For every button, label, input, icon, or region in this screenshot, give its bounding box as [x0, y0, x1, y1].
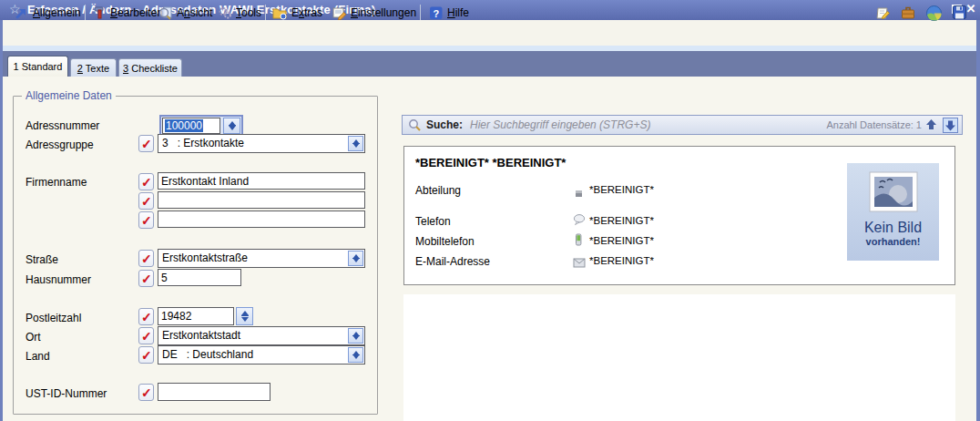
search-placeholder: Hier Suchbegriff eingeben (STRG+S)	[470, 118, 650, 131]
check-icon-postleitzahl[interactable]	[138, 308, 154, 325]
adressgruppe-spinner[interactable]	[348, 136, 363, 151]
menu-item-einstellungen[interactable]: Einstellungen	[329, 4, 419, 22]
menu-separator	[420, 5, 421, 20]
settings-form-icon	[332, 5, 347, 20]
arrow-down-icon[interactable]	[943, 118, 958, 133]
check-icon-firmenname2[interactable]	[138, 192, 154, 210]
tab-texte[interactable]: 2 Texte	[70, 58, 117, 77]
check-icon-firmenname[interactable]	[138, 173, 154, 190]
no-image-text-line1: Kein Bild	[847, 220, 939, 236]
check-icon-ort[interactable]	[138, 327, 154, 344]
firmenname-input-3[interactable]	[158, 210, 365, 228]
menu-separator	[265, 5, 266, 20]
record-header: *BEREINIGT* *BEREINIGT*	[415, 156, 566, 169]
postleitzahl-input[interactable]	[158, 307, 234, 325]
menu-separator	[85, 5, 86, 20]
menu-item-extras[interactable]: Extras	[270, 4, 325, 22]
tab-checkliste[interactable]: 3 Checkliste	[118, 58, 182, 77]
email-value: *BEREINIGT*	[589, 255, 654, 266]
help-icon: ?	[429, 5, 444, 20]
gears-icon	[218, 5, 232, 20]
menu-item-allgemein[interactable]: Allgemein	[12, 4, 84, 22]
firmenname-input[interactable]	[158, 172, 365, 190]
menu-item-tools[interactable]: Tools	[215, 4, 264, 22]
picture-icon	[867, 170, 920, 214]
speech-bubble-icon	[573, 213, 586, 230]
window-border-left	[0, 20, 3, 421]
arrow-up-icon[interactable]	[924, 118, 940, 133]
abteilung-value: *BEREINIGT*	[589, 184, 654, 195]
ort-label: Ort	[26, 331, 41, 344]
ort-field[interactable]: Erstkontaktstadt	[158, 326, 365, 345]
hausnummer-label: Hausnummer	[26, 273, 91, 286]
abteilung-label: Abteilung	[415, 184, 461, 197]
folder-icon	[272, 5, 288, 20]
telefon-label: Telefon	[415, 215, 451, 228]
land-spinner[interactable]	[348, 347, 363, 363]
adressnummer-label: Adressnummer	[26, 119, 99, 132]
land-label: Land	[26, 350, 50, 363]
check-icon-land[interactable]	[138, 346, 154, 364]
save-floppy-icon[interactable]	[952, 5, 967, 24]
menu-item-ansicht[interactable]: Ansicht	[155, 4, 215, 22]
firmenname-input-2[interactable]	[158, 191, 365, 209]
hammer-icon	[92, 5, 107, 20]
postleitzahl-spinner[interactable]	[236, 307, 253, 325]
adressnummer-spinner[interactable]	[223, 118, 240, 134]
strasse-field[interactable]: Erstkontaktstraße	[158, 249, 365, 268]
arrow-northeast-icon	[15, 5, 29, 20]
postleitzahl-label: Postleitzahl	[26, 312, 81, 324]
email-label: E-Mail-Adresse	[415, 255, 490, 268]
ort-spinner[interactable]	[348, 328, 363, 344]
land-field[interactable]: DE : Deutschland	[158, 345, 365, 365]
check-icon-strasse[interactable]	[138, 250, 154, 267]
adressnummer-value: 100000	[165, 119, 203, 132]
check-icon-ust-id[interactable]	[138, 384, 154, 401]
window-border-right	[976, 20, 980, 421]
telefon-value: *BEREINIGT*	[589, 215, 654, 226]
bullet-icon	[573, 186, 584, 202]
briefcase-icon[interactable]	[900, 5, 916, 25]
menu-item-hilfe[interactable]: ? Hilfe	[426, 4, 472, 22]
strasse-label: Straße	[26, 253, 58, 266]
globe-icon[interactable]	[925, 5, 943, 26]
magnifier-icon	[408, 118, 422, 132]
mobiltelefon-label: Mobiltelefon	[415, 235, 475, 248]
menu-bar	[3, 20, 976, 46]
note-pencil-icon[interactable]	[874, 5, 891, 25]
empty-list-panel	[403, 294, 955, 421]
tab-standard[interactable]: 1 Standard	[7, 56, 68, 77]
adressgruppe-field[interactable]: 3 : Erstkontakte	[158, 134, 365, 153]
strasse-spinner[interactable]	[348, 251, 363, 266]
hausnummer-input[interactable]	[158, 269, 241, 286]
no-image-placeholder[interactable]: Kein Bild vorhanden!	[847, 163, 939, 261]
magnifier-document-icon	[158, 5, 173, 20]
no-image-text-line2: vorhanden!	[847, 236, 939, 247]
search-label: Suche:	[426, 118, 463, 131]
record-count-label: Anzahl Datensätze: 1	[826, 119, 922, 130]
ust-id-input[interactable]	[158, 383, 271, 401]
search-bar[interactable]: Suche: Hier Suchbegriff eingeben (STRG+S…	[402, 115, 963, 135]
firmenname-label: Firmenname	[26, 176, 87, 189]
mobiltelefon-value: *BEREINIGT*	[589, 235, 654, 246]
envelope-icon	[573, 255, 586, 272]
check-icon-hausnummer[interactable]	[138, 270, 154, 287]
adressgruppe-label: Adressgruppe	[26, 139, 94, 151]
groupbox-title: Allgemeine Daten	[22, 89, 116, 102]
check-icon-firmenname3[interactable]	[138, 211, 154, 229]
mobile-phone-icon	[573, 233, 584, 250]
application-window: ☆ Erfassen / Ändern - Adressdaten WAWI E…	[0, 0, 980, 421]
check-icon-adressgruppe[interactable]	[138, 135, 154, 152]
ust-id-label: UST-ID-Nummer	[26, 387, 107, 400]
svg-text:?: ?	[433, 8, 439, 19]
